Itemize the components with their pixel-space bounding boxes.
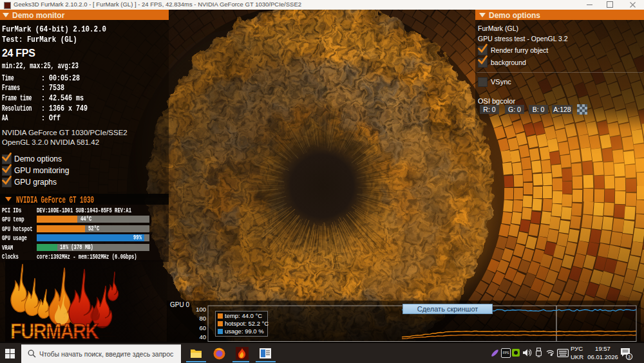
svg-text:3: 3 [628, 355, 630, 359]
svg-text:FURMARK: FURMARK [10, 319, 99, 342]
